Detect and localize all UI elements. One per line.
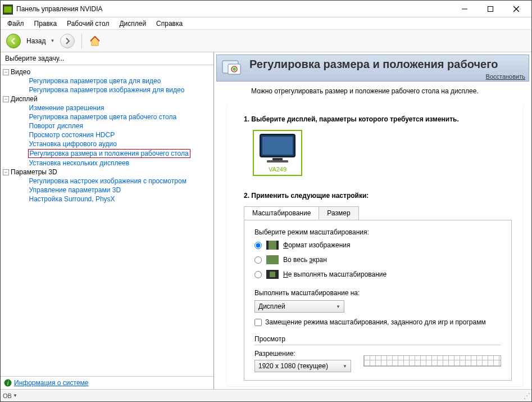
fullscreen-icon: [266, 255, 279, 264]
tree-item-link[interactable]: Регулировка настроек изображения с просм…: [28, 177, 188, 185]
settings-panel: 1. Выберите дисплей, параметры которого …: [226, 105, 524, 387]
tree-item-link[interactable]: Установка нескольких дисплеев: [28, 159, 131, 167]
tab-scaling[interactable]: Масштабирование: [244, 206, 319, 220]
tree-item[interactable]: Просмотр состояния HDCP: [3, 130, 211, 139]
svg-rect-15: [267, 160, 288, 162]
tab-size[interactable]: Размер: [319, 206, 358, 220]
forward-button[interactable]: [60, 34, 75, 48]
tree-group-label: Параметры 3D: [11, 168, 57, 176]
scaling-option-fullscreen[interactable]: Во весь экран: [254, 255, 501, 264]
display-thumbnail[interactable]: VA249: [253, 130, 302, 176]
tree-item[interactable]: Регулировка параметров цвета для видео: [3, 76, 211, 85]
menu-file[interactable]: Файл: [3, 19, 29, 29]
menu-display[interactable]: Дисплей: [115, 19, 151, 29]
tree-item[interactable]: Поворот дисплея: [3, 121, 211, 130]
perform-scaling-on-label: Выполнить масштабирование на:: [254, 289, 501, 297]
resize-grip[interactable]: ⋰: [524, 392, 529, 400]
menu-edit[interactable]: Правка: [30, 19, 62, 29]
noscale-icon: [266, 270, 279, 279]
svg-rect-20: [270, 272, 275, 277]
tree-item[interactable]: Регулировка параметров изображения для в…: [3, 85, 211, 94]
toolbar: Назад ▼: [1, 30, 531, 52]
tree-item[interactable]: Регулировка настроек изображения с просм…: [3, 177, 211, 186]
tree-item-link[interactable]: Регулировка размера и положения рабочего…: [28, 149, 190, 158]
tree-item[interactable]: Изменение разрешения: [3, 103, 211, 112]
scaling-option-none[interactable]: Не выполнять масштабирование: [254, 270, 501, 279]
home-button[interactable]: [89, 35, 101, 47]
menubar: Файл Правка Рабочий стол Дисплей Справка: [1, 17, 531, 30]
override-checkbox[interactable]: [254, 319, 262, 326]
tree-item[interactable]: Регулировка параметров цвета рабочего ст…: [3, 112, 211, 121]
override-checkbox-row[interactable]: Замещение режима масштабирования, заданн…: [254, 318, 501, 326]
statusbar: ОВ ▼ ⋰: [1, 389, 531, 401]
svg-rect-13: [262, 137, 293, 155]
minimize-button[interactable]: [452, 1, 478, 17]
tree-item-link[interactable]: Управление параметрами 3D: [28, 186, 122, 194]
tree-group[interactable]: −Видео: [3, 67, 211, 76]
tree-item-link[interactable]: Настройка Surround, PhysX: [28, 195, 116, 203]
tree-item[interactable]: Настройка Surround, PhysX: [3, 195, 211, 204]
titlebar: Панель управления NVIDIA: [1, 1, 531, 17]
scaling-option-aspect[interactable]: Формат изображения: [254, 241, 501, 250]
menu-help[interactable]: Справка: [152, 19, 187, 29]
back-button[interactable]: [6, 34, 21, 48]
svg-rect-3: [488, 6, 493, 11]
tree-item[interactable]: Управление параметрами 3D: [3, 186, 211, 195]
tree-item-link[interactable]: Изменение разрешения: [28, 104, 106, 112]
tree-group[interactable]: −Дисплей: [3, 94, 211, 103]
tree-group-label: Дисплей: [11, 95, 38, 103]
tree-group[interactable]: −Параметры 3D: [3, 168, 211, 177]
step1-title: 1. Выберите дисплей, параметры которого …: [244, 115, 512, 123]
tree-item[interactable]: Установка цифрового аудио: [3, 139, 211, 148]
tree-item-link[interactable]: Регулировка параметров изображения для в…: [28, 86, 186, 94]
tree-collapse-icon[interactable]: −: [3, 69, 9, 75]
tree-item-link[interactable]: Поворот дисплея: [28, 122, 85, 130]
monitor-icon: [258, 133, 297, 165]
svg-rect-17: [269, 241, 276, 250]
tree-item-link[interactable]: Просмотр состояния HDCP: [28, 131, 116, 139]
task-header: Выберите задачу...: [1, 52, 213, 65]
resolution-select[interactable]: 1920 x 1080 (текущее) ▼: [254, 360, 351, 372]
window-controls: [452, 1, 529, 17]
chevron-down-icon: ▼: [336, 304, 340, 309]
perform-scaling-on-select[interactable]: Дисплей ▼: [254, 300, 344, 313]
tree-item-link[interactable]: Регулировка параметров цвета для видео: [28, 77, 162, 85]
content-area: Выберите задачу... −Видео Регулировка па…: [1, 52, 531, 389]
window-title: Панель управления NVIDIA: [16, 5, 452, 13]
task-tree-pane: Выберите задачу... −Видео Регулировка па…: [1, 52, 214, 389]
info-icon: i: [4, 379, 12, 387]
settings-pane: Регулировка размера и положения рабочего…: [214, 52, 531, 389]
maximize-button[interactable]: [478, 1, 503, 17]
aspect-icon: [266, 241, 279, 250]
radio-fullscreen-label: Во весь экран: [283, 256, 327, 264]
task-tree[interactable]: −Видео Регулировка параметров цвета для …: [1, 65, 213, 376]
menu-desktop[interactable]: Рабочий стол: [62, 19, 113, 29]
tab-content-scaling: Выберите режим масштабирования: Формат и…: [244, 220, 512, 381]
perform-scaling-value: Дисплей: [258, 302, 285, 310]
preview-label: Просмотр: [254, 335, 285, 343]
status-dropdown-icon[interactable]: ▼: [13, 393, 17, 398]
resolution-label: Разрешение:: [254, 350, 351, 358]
radio-noscale[interactable]: [254, 271, 262, 278]
chevron-down-icon: ▼: [343, 364, 347, 369]
svg-rect-18: [266, 255, 279, 264]
display-name: VA249: [269, 166, 287, 173]
back-label: Назад: [26, 37, 46, 45]
settings-scroll[interactable]: Регулировка размера и положения рабочего…: [214, 52, 531, 389]
back-history-dropdown[interactable]: ▼: [50, 38, 54, 43]
scaling-mode-label: Выберите режим масштабирования:: [254, 228, 501, 236]
close-button[interactable]: [503, 1, 529, 17]
tree-collapse-icon[interactable]: −: [3, 96, 9, 102]
tree-collapse-icon[interactable]: −: [3, 169, 9, 175]
restore-defaults-link[interactable]: Восстановить: [486, 73, 525, 80]
system-info-link[interactable]: Информация о системе: [14, 379, 88, 387]
tree-item[interactable]: Установка нескольких дисплеев: [3, 159, 211, 168]
tree-item[interactable]: Регулировка размера и положения рабочего…: [3, 148, 211, 159]
tree-item-link[interactable]: Установка цифрового аудио: [28, 140, 118, 148]
page-body: Можно отрегулировать размер и положение …: [214, 82, 531, 389]
system-info-footer: i Информация о системе: [1, 376, 213, 389]
radio-fullscreen[interactable]: [254, 256, 262, 264]
tree-group-label: Видео: [11, 68, 30, 76]
radio-aspect[interactable]: [254, 242, 262, 249]
tree-item-link[interactable]: Регулировка параметров цвета рабочего ст…: [28, 113, 178, 121]
